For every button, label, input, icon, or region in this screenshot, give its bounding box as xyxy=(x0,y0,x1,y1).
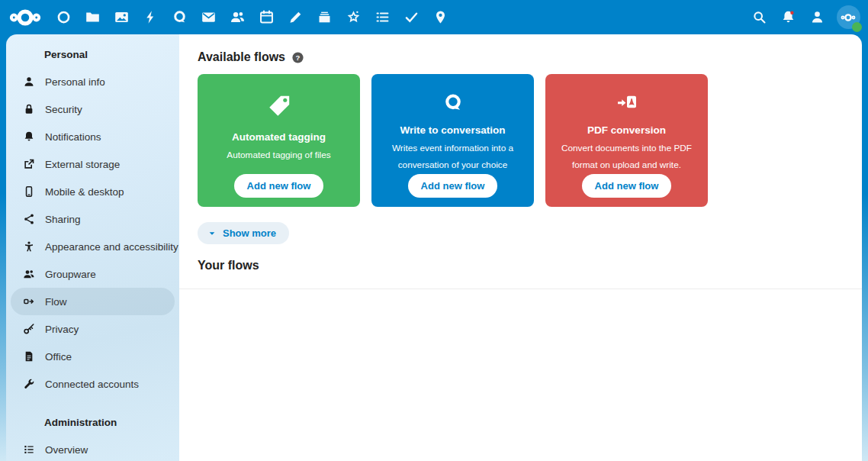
flow-card-title: PDF conversion xyxy=(587,124,666,136)
nextcloud-logo[interactable] xyxy=(2,8,49,27)
add-new-flow-button[interactable]: Add new flow xyxy=(234,174,324,198)
sidebar-item-label: Privacy xyxy=(45,324,79,335)
sidebar-item-label: Security xyxy=(45,104,82,115)
online-status-dot xyxy=(852,22,862,32)
activity-icon[interactable] xyxy=(136,0,165,34)
sidebar-heading-personal: Personal xyxy=(11,40,175,68)
maps-icon[interactable] xyxy=(426,0,455,34)
phone-icon xyxy=(23,185,35,198)
flow-card-description: Writes event information into a conversa… xyxy=(381,140,525,174)
tasks-check-icon[interactable] xyxy=(397,0,426,34)
sidebar-item-external-storage[interactable]: External storage xyxy=(11,150,175,178)
flow-card-automated-tagging: Automated tagging Automated tagging of f… xyxy=(198,74,360,207)
svg-text:?: ? xyxy=(296,53,301,61)
sidebar-item-notifications[interactable]: Notifications xyxy=(11,123,175,150)
sidebar-item-label: Sharing xyxy=(45,214,81,225)
mail-icon[interactable] xyxy=(194,0,223,34)
sidebar-item-appearance[interactable]: Appearance and accessibility xyxy=(11,233,175,260)
your-flows-title: Your flows xyxy=(198,259,259,272)
sidebar-item-connected-accounts[interactable]: Connected accounts xyxy=(11,370,175,398)
sidebar-item-label: Appearance and accessibility xyxy=(45,241,178,253)
top-header-bar xyxy=(0,0,868,34)
talk-icon[interactable] xyxy=(165,0,194,34)
available-flows-cards: Automated tagging Automated tagging of f… xyxy=(198,74,844,207)
flow-card-title: Automated tagging xyxy=(232,131,326,143)
sidebar-item-personal-info[interactable]: Personal info xyxy=(11,68,175,95)
content-divider xyxy=(179,289,862,289)
sidebar-item-privacy[interactable]: Privacy xyxy=(11,315,175,343)
settings-sidebar: Personal Personal info Security Notifica… xyxy=(6,34,179,461)
flow-card-description: Convert documents into the PDF format on… xyxy=(555,140,699,174)
show-more-button[interactable]: Show more xyxy=(198,222,289,244)
deck-icon[interactable] xyxy=(310,0,339,34)
flow-icon xyxy=(23,295,35,308)
pdf-convert-icon xyxy=(613,92,641,113)
wrench-icon xyxy=(23,378,35,390)
sidebar-item-mobile-desktop[interactable]: Mobile & desktop xyxy=(11,178,175,205)
sidebar-item-label: Flow xyxy=(45,296,67,308)
share-icon xyxy=(23,213,35,225)
list-icon xyxy=(23,443,35,456)
sidebar-item-label: Notifications xyxy=(45,131,101,143)
notifications-bell-icon[interactable] xyxy=(773,0,802,34)
user-icon xyxy=(23,76,35,88)
contacts-icon[interactable] xyxy=(223,0,252,34)
add-new-flow-button[interactable]: Add new flow xyxy=(408,174,498,198)
flow-card-write-to-conversation: Write to conversation Writes event infor… xyxy=(371,74,534,207)
sidebar-item-label: Groupware xyxy=(45,269,96,280)
external-link-icon xyxy=(23,158,35,170)
flow-card-title: Write to conversation xyxy=(400,124,506,136)
talk-bubble-icon xyxy=(439,92,467,113)
sidebar-item-sharing[interactable]: Sharing xyxy=(11,205,175,233)
flow-card-description: Automated tagging of files xyxy=(227,147,330,164)
group-icon xyxy=(23,268,35,280)
flow-settings-content: Available flows ? Automated tagging Auto… xyxy=(179,34,862,461)
sidebar-item-flow[interactable]: Flow xyxy=(11,288,175,315)
sidebar-item-label: Office xyxy=(45,351,72,363)
tag-icon xyxy=(265,92,293,120)
key-icon xyxy=(23,323,35,335)
sidebar-item-office[interactable]: Office xyxy=(11,343,175,370)
sidebar-item-overview[interactable]: Overview xyxy=(11,436,175,461)
lock-icon xyxy=(23,103,35,115)
photos-icon[interactable] xyxy=(107,0,136,34)
tasks-list-icon[interactable] xyxy=(368,0,397,34)
sidebar-item-groupware[interactable]: Groupware xyxy=(11,260,175,288)
sidebar-item-label: Mobile & desktop xyxy=(45,186,124,198)
calendar-icon[interactable] xyxy=(252,0,281,34)
user-avatar[interactable] xyxy=(831,0,865,34)
dashboard-icon[interactable] xyxy=(49,0,78,34)
sidebar-item-label: External storage xyxy=(45,159,120,170)
search-icon[interactable] xyxy=(744,0,773,34)
chevron-down-icon xyxy=(208,230,216,237)
sidebar-heading-administration: Administration xyxy=(11,408,175,436)
show-more-label: Show more xyxy=(223,227,276,239)
add-new-flow-button[interactable]: Add new flow xyxy=(582,174,672,198)
flow-card-pdf-conversion: PDF conversion Convert documents into th… xyxy=(545,74,708,207)
collectives-icon[interactable] xyxy=(339,0,368,34)
accessibility-icon xyxy=(23,240,35,253)
bell-icon xyxy=(23,131,35,143)
sidebar-item-label: Personal info xyxy=(45,76,105,88)
sidebar-item-label: Connected accounts xyxy=(45,379,139,390)
available-flows-title: Available flows xyxy=(198,50,285,64)
sidebar-item-label: Overview xyxy=(45,444,88,456)
document-icon xyxy=(23,350,35,363)
contacts-menu-icon[interactable] xyxy=(802,0,831,34)
help-icon[interactable]: ? xyxy=(291,51,304,64)
notes-icon[interactable] xyxy=(281,0,310,34)
files-icon[interactable] xyxy=(78,0,107,34)
sidebar-item-security[interactable]: Security xyxy=(11,95,175,123)
